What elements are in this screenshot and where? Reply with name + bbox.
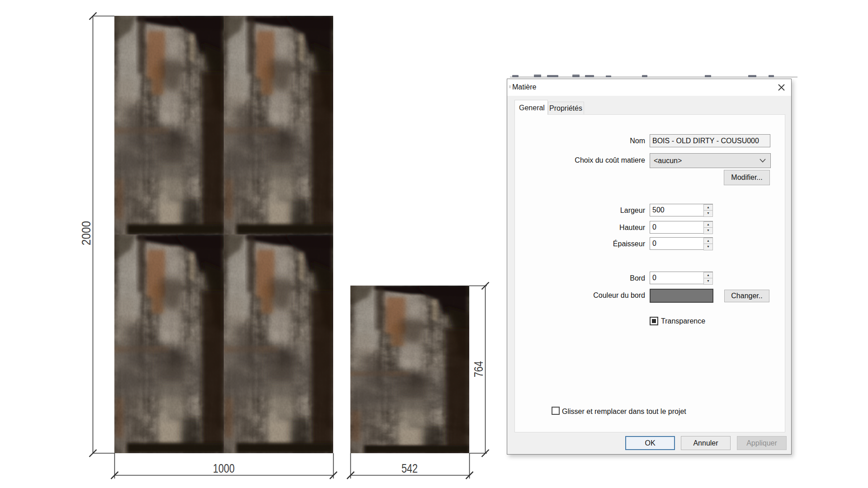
svg-text:542: 542 — [401, 462, 418, 475]
svg-text:2000: 2000 — [80, 221, 93, 245]
svg-text:764: 764 — [472, 361, 486, 377]
svg-text:1000: 1000 — [213, 462, 235, 475]
